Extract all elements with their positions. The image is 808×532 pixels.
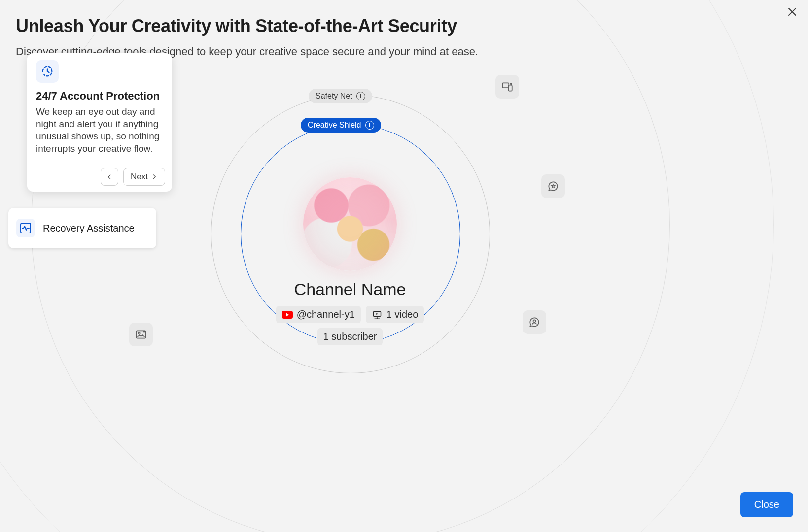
devices-icon bbox=[495, 75, 519, 99]
close-icon[interactable] bbox=[785, 5, 799, 19]
info-icon: i bbox=[365, 121, 374, 130]
clock-restore-icon bbox=[36, 60, 59, 83]
close-button[interactable]: Close bbox=[740, 492, 793, 517]
channel-profile: Channel Name @channel-y1 1 video 1 subsc… bbox=[281, 177, 419, 345]
subscriber-count: 1 subscriber bbox=[323, 331, 377, 342]
creative-shield-label: Creative Shield bbox=[308, 121, 361, 130]
creative-shield-pill[interactable]: Creative Shield i bbox=[301, 118, 381, 133]
heartbeat-icon bbox=[16, 219, 35, 237]
video-icon bbox=[372, 310, 383, 320]
chevron-left-icon bbox=[106, 173, 113, 180]
channel-name: Channel Name bbox=[281, 280, 419, 299]
channel-handle-chip: @channel-y1 bbox=[276, 306, 361, 323]
safety-net-pill[interactable]: Safety Net i bbox=[309, 89, 372, 103]
svg-point-6 bbox=[138, 332, 140, 334]
feature-card-title: Recovery Assistance bbox=[43, 223, 135, 234]
channel-handle: @channel-y1 bbox=[297, 309, 355, 320]
next-button-label: Next bbox=[131, 172, 148, 182]
info-icon: i bbox=[356, 92, 365, 100]
channel-avatar bbox=[303, 177, 397, 271]
callout-body: We keep an eye out day and night and ale… bbox=[36, 105, 163, 155]
svg-point-3 bbox=[510, 83, 511, 85]
feature-card-recovery[interactable]: Recovery Assistance bbox=[8, 208, 156, 248]
svg-point-4 bbox=[533, 320, 536, 322]
video-count-chip: 1 video bbox=[366, 306, 424, 323]
close-button-label: Close bbox=[754, 499, 779, 510]
feature-callout: 24/7 Account Protection We keep an eye o… bbox=[27, 53, 172, 192]
next-button[interactable]: Next bbox=[123, 168, 165, 186]
svg-point-7 bbox=[143, 331, 145, 332]
youtube-icon bbox=[282, 311, 293, 319]
callout-title: 24/7 Account Protection bbox=[36, 90, 163, 102]
star-bubble-icon bbox=[541, 174, 565, 198]
svg-point-9 bbox=[376, 317, 378, 319]
subscriber-count-chip: 1 subscriber bbox=[317, 328, 383, 345]
thumbnail-icon bbox=[129, 323, 153, 346]
chevron-right-icon bbox=[151, 173, 158, 180]
prev-button[interactable] bbox=[101, 168, 118, 186]
person-bubble-icon bbox=[523, 310, 546, 334]
safety-net-label: Safety Net bbox=[316, 92, 352, 100]
video-count: 1 video bbox=[386, 309, 419, 320]
